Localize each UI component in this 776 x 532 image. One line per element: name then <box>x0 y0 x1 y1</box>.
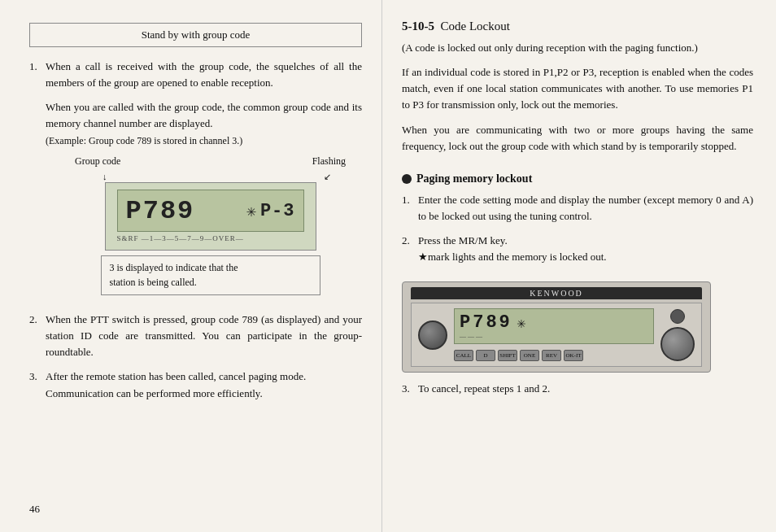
diagram-area: Group code Flashing ↓ ↙ P789 ✳ P-3 <box>59 154 362 295</box>
radio-device: KENWOOD P789 ✳ — — — CALL D SHIFT <box>402 281 711 373</box>
radio-btn-call: CALL <box>454 350 473 361</box>
group-code-label: Group code <box>75 154 120 169</box>
lcd-main-digits: P789 <box>126 198 195 225</box>
standby-label: Stand by with group code <box>142 28 251 41</box>
item1-text: When a call is received with the group c… <box>46 60 362 89</box>
left-column: Stand by with group code 1. When a call … <box>0 0 382 532</box>
item2-content: When the PTT switch is pressed, group co… <box>46 312 362 360</box>
radio-btn-rev: REV <box>542 350 561 361</box>
page: Stand by with group code 1. When a call … <box>0 0 776 532</box>
right-para3: When you are communicating with two or m… <box>402 122 753 155</box>
page-number: 46 <box>29 503 362 516</box>
list-item-3: 3. After the remote station has been cal… <box>29 368 362 401</box>
paging-section-title: Paging memory lockout <box>402 172 753 185</box>
paging1-content: Enter the code setting mode and display … <box>418 192 753 225</box>
right-para1: (A code is locked out only during recept… <box>402 40 753 56</box>
radio-btn-one: ONE <box>520 350 539 361</box>
radio-digits-text: P789 <box>460 312 512 333</box>
lcd-p3-text: P-3 <box>260 198 295 225</box>
bullet-icon <box>402 174 412 184</box>
radio-center: P789 ✳ — — — CALL D SHIFT ONE REV OK-IT <box>454 308 654 361</box>
radio-small-knob <box>670 309 685 324</box>
paging1-text: Enter the code setting mode and display … <box>418 194 753 222</box>
paging2-num: 2. <box>402 233 415 265</box>
lcd-display: P789 ✳ P-3 S&RF —1—3—5—7—9—OVER— <box>105 182 316 251</box>
section-num: 5-10-5 <box>402 20 434 33</box>
radio-lcd-digits: P789 ✳ <box>460 312 648 333</box>
radio-brand-bar: KENWOOD <box>411 287 702 299</box>
item2-text: When the PTT switch is pressed, group co… <box>46 313 362 358</box>
radio-lcd: P789 ✳ — — — <box>454 308 654 344</box>
radio-right-area <box>660 309 695 361</box>
paging3-text: To cancel, repeat steps 1 and 2. <box>418 382 550 395</box>
item2-num: 2. <box>29 312 42 360</box>
label-row: Group code Flashing <box>59 154 362 169</box>
radio-brand-text: KENWOOD <box>530 289 583 298</box>
note-box: 3 is displayed to indicate that the stat… <box>101 255 320 295</box>
radio-lcd-sub: — — — <box>460 333 648 340</box>
right-column: 5-10-5 Code Lockout (A code is locked ou… <box>382 0 776 532</box>
right-arrow-icon: ↙ <box>324 170 331 184</box>
radio-left-knob <box>418 321 447 350</box>
lcd-inner: P789 ✳ P-3 <box>117 190 304 232</box>
paging1-num: 1. <box>402 192 415 225</box>
radio-btn-shift: SHIFT <box>498 350 517 361</box>
item3-text2: Communication can be performed more effi… <box>46 387 263 399</box>
item3-content: After the remote station has been called… <box>46 368 362 401</box>
note-line1: 3 is displayed to indicate that the <box>110 262 238 273</box>
paging2-note: ★mark lights and the memory is locked ou… <box>418 251 607 263</box>
paging-title-text: Paging memory lockout <box>416 172 532 185</box>
radio-star-icon: ✳ <box>517 314 529 332</box>
radio-body: P789 ✳ — — — CALL D SHIFT ONE REV OK-IT <box>411 303 702 367</box>
item1-para2: When you are called with the group code,… <box>46 101 362 129</box>
paging-item-2: 2. Press the MR/M key. ★mark lights and … <box>402 233 753 265</box>
paging2-content: Press the MR/M key. ★mark lights and the… <box>418 233 753 265</box>
flashing-label: Flashing <box>312 154 346 169</box>
section-title-text: Code Lockout <box>441 20 510 33</box>
lcd-scale: S&RF —1—3—5—7—9—OVER— <box>117 233 304 245</box>
paging2-text: Press the MR/M key. <box>418 234 508 246</box>
list-item-1: 1. When a call is received with the grou… <box>29 59 362 303</box>
section-title: 5-10-5 Code Lockout <box>402 20 753 33</box>
flash-star: ✳ <box>246 199 257 225</box>
right-para2: If an individual code is stored in P1,P2… <box>402 64 753 113</box>
item1-content: When a call is received with the group c… <box>46 59 362 303</box>
item1-num: 1. <box>29 59 42 303</box>
item1-example: (Example: Group code 789 is stored in ch… <box>46 135 242 146</box>
paging-item-1: 1. Enter the code setting mode and displ… <box>402 192 753 225</box>
note-line2: station is being called. <box>110 277 197 288</box>
radio-btn-d: D <box>476 350 495 361</box>
lcd-p3: ✳ P-3 <box>246 198 295 225</box>
paging3-num: 3. <box>402 381 415 397</box>
standby-box: Stand by with group code <box>29 23 362 47</box>
item3-text: After the remote station has been called… <box>46 370 306 382</box>
list-item-2: 2. When the PTT switch is pressed, group… <box>29 312 362 360</box>
radio-buttons: CALL D SHIFT ONE REV OK-IT <box>454 350 654 361</box>
paging3-content: To cancel, repeat steps 1 and 2. <box>418 381 753 397</box>
item3-num: 3. <box>29 368 42 401</box>
radio-right-knob <box>660 327 695 361</box>
radio-btn-ok: OK-IT <box>564 350 583 361</box>
paging-item-3: 3. To cancel, repeat steps 1 and 2. <box>402 381 753 397</box>
